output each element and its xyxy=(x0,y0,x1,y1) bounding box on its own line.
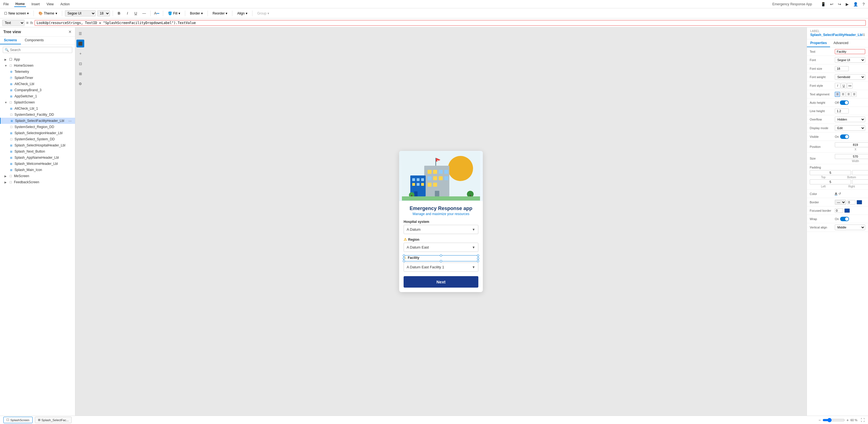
auto-height-switch[interactable] xyxy=(840,100,849,105)
wrap-switch[interactable] xyxy=(840,217,849,221)
prop-text-input[interactable] xyxy=(835,49,865,54)
play-icon[interactable]: ▶ xyxy=(844,1,850,7)
tree-item-telemetry[interactable]: ⚙ Telemetry xyxy=(0,69,75,75)
text-color-button[interactable]: A xyxy=(153,10,160,17)
tree-item-mescreen[interactable]: ▶ ☐ MeScreen xyxy=(0,173,75,179)
italic-style-button[interactable]: I xyxy=(835,83,840,88)
next-button[interactable]: Next xyxy=(404,276,478,287)
tree-item-facility-lbl[interactable]: ⊞ Splash_SelectFacilityHeader_Lbl ··· xyxy=(0,118,75,124)
tree-item-splashscreen[interactable]: ▼ ☐ SplashScreen xyxy=(0,99,75,105)
zoom-in-button[interactable]: + xyxy=(846,418,849,422)
bold-button[interactable]: B xyxy=(116,10,122,17)
border-width-input[interactable] xyxy=(847,200,856,205)
tree-item-companybrand[interactable]: ⊞ CompanyBrand_3 xyxy=(0,87,75,93)
tree-item-next-btn[interactable]: ⊞ Splash_Next_Button xyxy=(0,148,75,155)
tree-item-altcheck1[interactable]: ⊞ AltCheck_Lbl_1 xyxy=(0,105,75,112)
settings-tool-button[interactable]: ⚙ xyxy=(76,80,84,88)
font-size-select[interactable]: 18 xyxy=(97,10,110,17)
status-tab-splashscreen[interactable]: ☐ SplashScreen xyxy=(3,417,33,423)
search-input[interactable] xyxy=(10,48,70,52)
redo-icon[interactable]: ↪ xyxy=(837,1,842,7)
zoom-out-button[interactable]: − xyxy=(818,418,821,422)
tree-item-altcheck[interactable]: ⊞ AltCheck_Lbl xyxy=(0,81,75,87)
new-screen-button[interactable]: ☐ New screen ▾ xyxy=(2,10,31,16)
menu-action[interactable]: Action xyxy=(59,2,71,7)
fx-button[interactable]: fx xyxy=(30,21,33,25)
tree-item-main-icon[interactable]: ⊞ Splash_Main_Icon xyxy=(0,167,75,173)
prop-font-select[interactable]: Segoe UI xyxy=(835,57,865,63)
strikethrough-style-button[interactable]: — xyxy=(847,83,852,88)
hospital-dropdown[interactable]: A Datum ▼ xyxy=(404,225,478,234)
prop-overflow-select[interactable]: Hidden xyxy=(835,117,865,122)
menu-view[interactable]: View xyxy=(45,2,55,7)
tree-item-feedbackscreen[interactable]: ▶ ☐ FeedbackScreen xyxy=(0,179,75,185)
sidebar-close-button[interactable]: ✕ xyxy=(68,30,72,34)
menu-insert[interactable]: Insert xyxy=(30,2,41,7)
tree-item-facility-dd[interactable]: ☐ SystemSelect_Facility_DD xyxy=(0,112,75,118)
tab-components[interactable]: Components xyxy=(21,36,48,44)
help-icon[interactable]: ? xyxy=(861,1,866,7)
theme-button[interactable]: 🎨 Theme ▾ xyxy=(36,10,59,16)
color-refresh-button[interactable]: ↺ xyxy=(838,192,841,195)
position-x-input[interactable] xyxy=(835,142,868,147)
tab-screens[interactable]: Screens xyxy=(0,36,21,44)
cursor-tool-button[interactable]: ⬛ xyxy=(76,40,84,48)
plus-tool-button[interactable]: ＋ xyxy=(76,50,84,57)
menu-home[interactable]: Home xyxy=(14,1,26,7)
focused-border-input[interactable] xyxy=(835,208,843,213)
menu-tool-button[interactable]: ☰ xyxy=(76,30,84,37)
padding-bottom-input[interactable] xyxy=(852,170,868,175)
border-button[interactable]: Border ▾ xyxy=(188,10,205,16)
phone-icon[interactable]: 📱 xyxy=(820,1,827,7)
padding-right-input[interactable] xyxy=(852,179,868,184)
prop-verticalalign-select[interactable]: Middle xyxy=(835,224,865,230)
tree-item-hospital-lbl[interactable]: ⊞ Splash_SelectHospitalHeader_Lbl xyxy=(0,142,75,148)
tree-item-system-dd[interactable]: ☐ SystemSelect_System_DD xyxy=(0,136,75,142)
user-icon[interactable]: 👤 xyxy=(852,1,859,7)
zoom-slider[interactable] xyxy=(823,418,845,422)
visible-switch[interactable] xyxy=(840,134,849,139)
font-select[interactable]: Segoe UI xyxy=(65,10,96,17)
border-color-swatch[interactable] xyxy=(857,200,862,205)
undo-icon[interactable]: ↩ xyxy=(829,1,835,7)
reorder-button[interactable]: Reorder ▾ xyxy=(211,10,229,16)
region-dropdown[interactable]: A Datum East ▼ xyxy=(404,243,478,252)
underline-style-button[interactable]: U xyxy=(841,83,846,88)
padding-left-input[interactable] xyxy=(810,179,851,184)
tree-item-appswitcher[interactable]: ⊞ AppSwitcher_1 xyxy=(0,93,75,99)
border-style-select[interactable]: — xyxy=(835,200,846,205)
property-select[interactable]: Text xyxy=(2,20,25,26)
prop-fontweight-select[interactable]: Semibold xyxy=(835,74,865,80)
facility-dropdown[interactable]: A Datum East Facility 1 ▼ xyxy=(404,263,478,272)
align-left-button[interactable]: ☰ xyxy=(835,92,840,97)
tab-properties[interactable]: Properties xyxy=(807,39,830,47)
prop-fontsize-input[interactable] xyxy=(835,66,849,71)
tree-item-welcome-lbl[interactable]: ⊞ Splash_WelcomeHeader_Lbl xyxy=(0,161,75,167)
tree-item-region-lbl[interactable]: ⊞ Splash_SelectregionHeader_Lbl xyxy=(0,130,75,136)
align-button[interactable]: Align ▾ xyxy=(235,10,249,16)
tree-item-app[interactable]: ▶ ☐ App xyxy=(0,56,75,62)
search-tool-button[interactable]: ⊞ xyxy=(76,70,84,78)
fullscreen-button[interactable]: ⛶ xyxy=(861,418,865,422)
data-tool-button[interactable]: ⊡ xyxy=(76,60,84,67)
size-width-input[interactable] xyxy=(835,154,868,159)
align-center-button[interactable]: ☰ xyxy=(840,92,845,97)
align-right-button[interactable]: ☰ xyxy=(846,92,851,97)
tree-item-appname-lbl[interactable]: ⊞ Splash_AppNameHeader_Lbl xyxy=(0,155,75,161)
menu-file[interactable]: File xyxy=(2,2,10,7)
align-justify-button[interactable]: ☰ xyxy=(851,92,857,97)
formula-input[interactable] xyxy=(35,20,866,26)
strikethrough-button[interactable]: — xyxy=(141,10,148,17)
padding-top-input[interactable] xyxy=(810,170,851,175)
prop-displaymode-select[interactable]: Edit xyxy=(835,125,865,131)
focused-border-color[interactable] xyxy=(844,208,850,213)
underline-button[interactable]: U xyxy=(132,10,139,17)
prop-lineheight-input[interactable] xyxy=(835,109,849,114)
italic-button[interactable]: I xyxy=(124,10,131,17)
status-tab-facility[interactable]: ⊞ Splash_SelectFac... xyxy=(35,417,72,423)
fill-button[interactable]: 🪣 Fill ▾ xyxy=(166,10,182,16)
tree-item-region-dd[interactable]: ☐ SystemSelect_Region_DD xyxy=(0,124,75,130)
tab-advanced[interactable]: Advanced xyxy=(830,39,851,47)
group-button[interactable]: Group ▾ xyxy=(255,10,271,16)
tree-item-splashtimer[interactable]: ⏱ SplashTimer xyxy=(0,75,75,81)
